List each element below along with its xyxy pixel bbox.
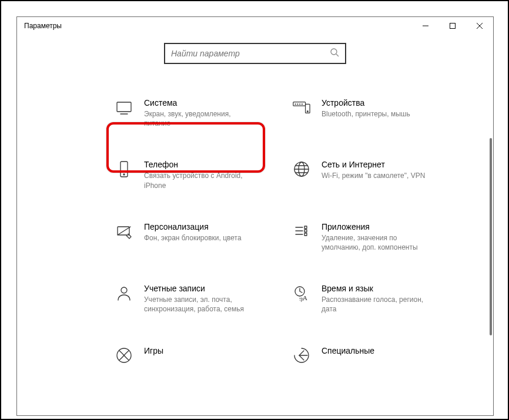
category-title: Игры: [144, 346, 163, 355]
timelang-icon: А字: [292, 284, 311, 303]
close-button[interactable]: [466, 17, 493, 35]
category-title: Учетные записи: [144, 284, 250, 293]
category-text: Игры: [144, 346, 163, 355]
apps-icon: [292, 222, 311, 241]
category-grid: СистемаЭкран, звук, уведомления, питание…: [17, 98, 493, 365]
category-desc: Экран, звук, уведомления, питание: [144, 109, 250, 128]
window-title: Параметры: [24, 22, 62, 30]
svg-rect-16: [304, 230, 307, 232]
search-input[interactable]: [171, 49, 330, 58]
category-text: Специальные: [322, 346, 374, 355]
scrollbar-thumb[interactable]: [490, 138, 492, 335]
category-desc: Распознавание голоса, регион, дата: [322, 295, 427, 314]
brush-icon: [115, 222, 133, 241]
svg-text:字: 字: [299, 297, 304, 303]
category-title: Время и язык: [322, 284, 427, 293]
svg-rect-17: [304, 233, 307, 236]
window-controls: [412, 17, 493, 35]
category-title: Телефон: [144, 160, 250, 169]
category-title: Сеть и Интернет: [322, 160, 425, 169]
category-desc: Связать устройство с Android, iPhone: [144, 171, 250, 190]
category-text: УстройстваBluetooth, принтеры, мышь: [322, 98, 410, 119]
category-timelang[interactable]: А字Время и языкРаспознавание голоса, реги…: [292, 284, 451, 314]
monitor-icon: [115, 98, 133, 117]
category-gaming[interactable]: Игры: [115, 346, 273, 365]
settings-content: СистемаЭкран, звук, уведомления, питание…: [17, 35, 493, 365]
category-title: Приложения: [322, 222, 427, 231]
svg-point-7: [297, 104, 298, 105]
category-ease[interactable]: Специальные: [292, 346, 451, 365]
category-desc: Bluetooth, принтеры, мышь: [322, 109, 410, 119]
category-desc: Учетные записи, эл. почта, синхронизация…: [144, 295, 250, 314]
category-text: ТелефонСвязать устройство с Android, iPh…: [144, 160, 250, 190]
titlebar: Параметры: [17, 17, 493, 35]
minimize-button[interactable]: [412, 17, 439, 35]
person-icon: [115, 284, 133, 303]
search-box[interactable]: [164, 43, 346, 64]
category-text: Сеть и ИнтернетWi-Fi, режим "в самолете"…: [322, 160, 425, 180]
category-desc: Фон, экран блокировки, цвета: [144, 233, 242, 243]
category-desc: Wi-Fi, режим "в самолете", VPN: [322, 171, 425, 180]
svg-point-5: [307, 111, 308, 112]
category-title: Специальные: [322, 346, 374, 355]
phone-icon: [115, 160, 133, 179]
category-system[interactable]: СистемаЭкран, звук, уведомления, питание: [115, 98, 273, 128]
category-accounts[interactable]: Учетные записиУчетные записи, эл. почта,…: [115, 284, 273, 314]
category-text: Учетные записиУчетные записи, эл. почта,…: [144, 284, 250, 314]
category-text: СистемаЭкран, звук, уведомления, питание: [144, 98, 250, 128]
settings-window: Параметры: [16, 16, 494, 416]
xbox-icon: [115, 346, 133, 365]
category-apps[interactable]: ПриложенияУдаление, значения по умолчани…: [292, 222, 451, 252]
category-phone[interactable]: ТелефонСвязать устройство с Android, iPh…: [115, 160, 273, 190]
svg-point-6: [295, 104, 296, 105]
category-title: Система: [144, 98, 250, 107]
category-text: ПерсонализацияФон, экран блокировки, цве…: [144, 222, 242, 243]
svg-point-8: [300, 104, 300, 105]
category-devices[interactable]: УстройстваBluetooth, принтеры, мышь: [292, 98, 451, 128]
category-title: Персонализация: [144, 222, 242, 231]
svg-point-9: [302, 104, 302, 105]
search-icon: [330, 48, 339, 59]
svg-rect-2: [117, 102, 131, 112]
category-text: ПриложенияУдаление, значения по умолчани…: [322, 222, 427, 252]
category-personal[interactable]: ПерсонализацияФон, экран блокировки, цве…: [115, 222, 273, 252]
svg-point-1: [331, 49, 337, 55]
maximize-button[interactable]: [439, 17, 466, 35]
category-title: Устройства: [322, 98, 410, 107]
globe-icon: [292, 160, 311, 179]
category-network[interactable]: Сеть и ИнтернетWi-Fi, режим "в самолете"…: [292, 160, 451, 190]
svg-rect-15: [304, 226, 307, 229]
category-desc: Удаление, значения по умолчанию, доп. ко…: [322, 233, 427, 252]
category-text: Время и языкРаспознавание голоса, регион…: [322, 284, 427, 314]
svg-point-11: [123, 174, 125, 175]
ease-icon: [292, 346, 311, 365]
devices-icon: [292, 98, 311, 117]
svg-point-18: [121, 287, 127, 293]
svg-rect-10: [120, 162, 128, 177]
svg-rect-0: [450, 23, 456, 29]
